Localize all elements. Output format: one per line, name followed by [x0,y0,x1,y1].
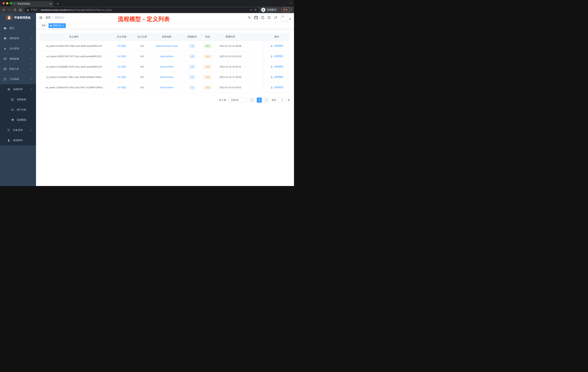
sidebar-item-task-management[interactable]: 任务管理 [0,125,36,135]
cell-id: oa_leave:1:482ec033-762a-11ec-8477-a2380… [40,82,109,93]
dashboard-icon [4,27,7,30]
definition-name-link[interactable]: OA 请假 [117,65,126,68]
status-badge: 挂起 [204,54,212,59]
cell-id: oa_leave:2:3c1f0ef1-76b1-11ec-9c66-a2380… [40,72,109,82]
address-bar[interactable]: 不安全 dashboard.yudao.iocoder.cn/bpm/manag… [24,7,259,12]
browser-toolbar: 不安全 dashboard.yudao.iocoder.cn/bpm/manag… [0,7,294,13]
table-row: oa_leave:1:482ec033-762a-11ec-8477-a2380… [40,82,290,93]
version-badge: v4 [189,54,195,59]
github-icon[interactable] [253,13,259,22]
header-actions [246,13,291,22]
user-icon [271,55,273,57]
assign-rule-button[interactable]: 分配规则 [271,75,283,79]
reload-button[interactable] [12,7,17,12]
home-button[interactable] [18,7,23,12]
table-row: oa_leave:3:1fad3d93-7b75-11ec-a3c8-acde4… [40,62,290,72]
user-icon [271,45,273,47]
avatar-dropdown-caret-icon[interactable] [289,17,291,21]
fullscreen-icon[interactable] [266,13,272,22]
breadcrumb-separator: / [52,16,53,19]
active-tag-dot [50,25,52,26]
sidebar-item-infrastructure[interactable]: 基础设施 [0,54,36,64]
page-size-select[interactable]: 10条/页 [229,98,247,103]
sidebar-logo[interactable]: 芋道管理系统 [0,13,36,22]
browser-tab[interactable]: 芋道管理系统 [11,1,53,7]
sidebar-toggle-hamburger-icon[interactable] [39,16,42,20]
bookmark-star-icon[interactable] [254,8,257,11]
tag-close-icon[interactable] [63,25,64,26]
back-button[interactable] [1,7,7,12]
forward-button[interactable] [7,7,12,12]
omnibox-divider [39,9,39,11]
sidebar-item-process-model[interactable]: 流程模型 [0,115,36,125]
cell-id: oa_leave:5:004b710b-7b8a-11ec-8ef0-acde4… [40,41,109,51]
sidebar-item-payment[interactable]: ¥ 支付管理 [0,44,36,54]
sidebar-item-dev-tools[interactable]: 研发工具 [0,64,36,74]
tag-home[interactable]: 首页 [40,23,47,28]
chevron-down-icon [31,129,33,131]
help-icon[interactable] [259,13,266,22]
app-title: 芋道管理系统 [14,16,31,20]
pagination: 共 5 条 10条/页 1 [40,98,290,103]
browser-window: 芋道管理系统 不安全 d [0,0,294,186]
security-warning-icon[interactable] [27,9,29,11]
form-edit-icon [11,98,14,101]
cell-category: OA [135,41,149,51]
font-size-icon[interactable] [272,13,279,22]
form-link[interactable]: /bpm/oa/flow [160,86,173,89]
update-button[interactable]: 更新 [281,8,292,12]
sidebar-item-system[interactable]: 系统管理 [0,33,36,44]
user-icon [271,66,273,68]
assign-rule-button[interactable]: 分配规则 [271,55,283,58]
breadcrumb-home[interactable]: 首页 [45,16,51,19]
form-link[interactable]: /bpm/oa/leave/create [156,44,178,47]
new-tab-button[interactable] [55,1,60,6]
form-link[interactable]: /bpm/oa/flow [160,55,173,58]
table-row: oa_leave:5:004b710b-7b8a-11ec-8ef0-acde4… [40,41,290,51]
paper-plane-icon [11,119,14,121]
goto-page-input[interactable]: 1 [278,98,286,103]
security-label[interactable]: 不安全 [31,8,38,11]
assign-rule-button[interactable]: 分配规则 [271,65,283,68]
user-avatar-broken-image[interactable] [281,14,288,21]
definition-name-link[interactable]: OA 请假 [117,76,126,78]
logo-rabbit-avatar [6,15,12,20]
cell-category: OA [135,82,149,93]
next-page-button[interactable] [264,98,269,103]
password-key-icon[interactable] [250,8,252,11]
search-icon[interactable] [246,13,253,22]
definition-name-link[interactable]: OA 请假 [117,44,126,47]
workflow-submenu: 流程管理 流程表单 用户分组 [0,84,36,145]
sidebar-item-user-group[interactable]: 用户分组 [0,105,36,115]
tag-process-definition[interactable]: 流程定义 [49,23,66,28]
form-link[interactable]: /bpm/oa/flow [160,65,173,68]
sidebar: 芋道管理系统 首页 系统管理 ¥ [0,13,36,186]
sidebar-item-home[interactable]: 首页 [0,23,36,33]
url-text[interactable]: dashboard.yudao.iocoder.cn/bpm/manager/d… [41,9,112,11]
status-badge: 激活 [204,44,212,48]
prev-page-button[interactable] [250,98,254,103]
assign-rule-button[interactable]: 分配规则 [271,86,283,89]
sidebar-item-process-form[interactable]: 流程表单 [0,94,36,105]
page-number-button[interactable]: 1 [257,98,262,103]
cell-category: OA [135,62,149,72]
tab-search-chevron-icon[interactable] [290,2,292,5]
close-window-button[interactable] [2,2,5,4]
incognito-icon [261,8,265,12]
browser-menu-dots-icon[interactable] [289,8,290,11]
maximize-window-button[interactable] [10,2,12,4]
incognito-label: 无痕模式 [267,8,276,11]
sidebar-item-workflow[interactable]: 工作流程 [0,74,36,84]
definition-name-link[interactable]: OA 请假 [117,55,126,58]
sidebar-item-leave-query[interactable]: 请假查询 [0,135,36,145]
minimize-window-button[interactable] [6,2,8,4]
sidebar-menu: 首页 系统管理 ¥ 支付管理 [0,22,36,145]
pagination-total: 共 5 条 [219,98,226,102]
form-link[interactable]: /bpm/oa/flow [160,76,173,78]
cell-deploy-time: 2022-01-16 01:40:51 [215,82,246,93]
sidebar-item-process-management[interactable]: 流程管理 [0,84,36,94]
assign-rule-button[interactable]: 分配规则 [271,44,283,47]
status-badge: 挂起 [204,75,212,79]
tab-close-icon[interactable] [50,3,52,5]
definition-name-link[interactable]: OA 请假 [117,86,126,89]
